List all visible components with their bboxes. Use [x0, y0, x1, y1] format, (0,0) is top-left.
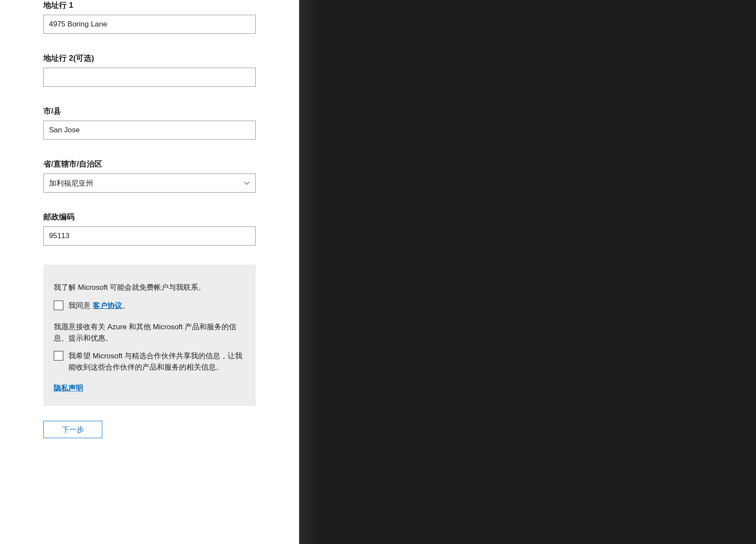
marketing-notice-text: 我愿意接收有关 Azure 和其他 Microsoft 产品和服务的信息、提示和…	[54, 321, 245, 344]
state-select-wrapper: 加利福尼亚州	[43, 174, 256, 193]
address2-field-group: 地址行 2(可选)	[43, 53, 256, 87]
contact-notice-text: 我了解 Microsoft 可能会就免费帐户与我联系。	[54, 282, 245, 293]
city-label: 市/县	[43, 106, 256, 116]
state-select[interactable]: 加利福尼亚州	[43, 174, 256, 193]
address1-input[interactable]	[43, 15, 256, 34]
agreement-box: 我了解 Microsoft 可能会就免费帐户与我联系。 我同意 客户协议。 我愿…	[43, 265, 256, 406]
address1-field-group: 地址行 1	[43, 0, 256, 34]
form-panel: 地址行 1 地址行 2(可选) 市/县 省/直辖市/自治区 加利福尼亚州 邮政编…	[0, 0, 299, 544]
gradient-edge	[299, 0, 316, 544]
city-input[interactable]	[43, 121, 256, 140]
right-background	[299, 0, 756, 544]
postal-label: 邮政编码	[43, 212, 256, 222]
next-button-label: 下一步	[62, 425, 84, 435]
customer-agreement-link[interactable]: 客户协议	[93, 301, 122, 310]
agree-suffix-text: 。	[122, 301, 130, 310]
state-label: 省/直辖市/自治区	[43, 159, 256, 169]
customer-agreement-checkbox[interactable]	[54, 301, 63, 310]
next-button[interactable]: 下一步	[43, 421, 102, 438]
partner-share-checkbox[interactable]	[54, 351, 63, 360]
customer-agreement-label: 我同意 客户协议。	[68, 300, 130, 311]
partner-share-row: 我希望 Microsoft 与精选合作伙伴共享我的信息，让我能收到这些合作伙伴的…	[54, 351, 245, 373]
postal-input[interactable]	[43, 226, 256, 246]
customer-agreement-row: 我同意 客户协议。	[54, 300, 245, 311]
partner-share-label: 我希望 Microsoft 与精选合作伙伴共享我的信息，让我能收到这些合作伙伴的…	[68, 351, 245, 373]
address2-input[interactable]	[43, 68, 256, 87]
address1-label: 地址行 1	[43, 0, 256, 10]
city-field-group: 市/县	[43, 106, 256, 140]
state-field-group: 省/直辖市/自治区 加利福尼亚州	[43, 159, 256, 193]
privacy-statement-link[interactable]: 隐私声明	[54, 383, 83, 393]
agree-prefix-text: 我同意	[68, 301, 93, 310]
postal-field-group: 邮政编码	[43, 212, 256, 246]
address2-label: 地址行 2(可选)	[43, 53, 256, 63]
